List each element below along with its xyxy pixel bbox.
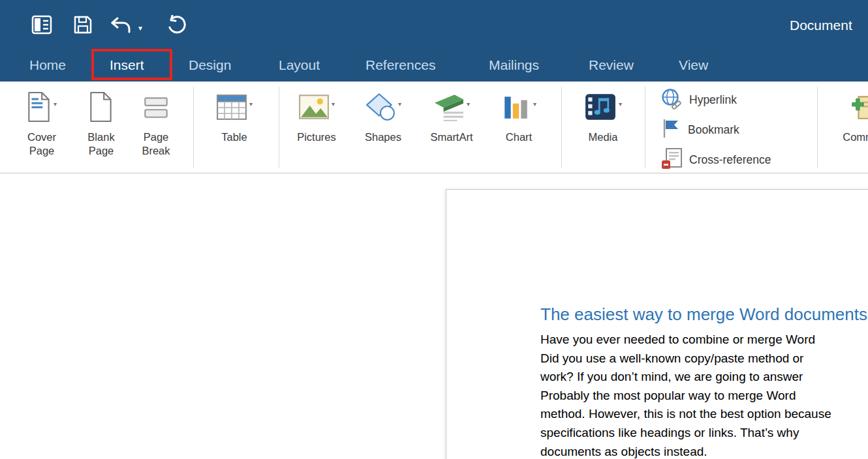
pictures-label: Pictures [297, 130, 336, 144]
hyperlink-icon [660, 88, 683, 112]
shapes-icon [365, 93, 396, 124]
shapes-button[interactable]: ▾ Shapes [356, 89, 410, 144]
media-button[interactable]: ▾ Media [576, 89, 630, 144]
blank-page-icon [89, 92, 114, 125]
tab-references[interactable]: References [365, 57, 435, 73]
cross-reference-button[interactable]: Cross-reference [660, 147, 771, 173]
table-icon [216, 93, 247, 124]
smartart-label: SmartArt [430, 130, 473, 144]
bookmark-button[interactable]: Bookmark [660, 118, 739, 141]
undo-dropdown-caret-icon[interactable]: ▾ [138, 24, 142, 32]
chart-label: Chart [506, 130, 532, 144]
tab-review[interactable]: Review [589, 57, 634, 73]
blank-page-label: Blank Page [78, 130, 125, 158]
pictures-button[interactable]: ▾ Pictures [287, 89, 346, 144]
group-divider [817, 87, 818, 168]
blank-page-button[interactable]: Blank Page [77, 89, 125, 158]
chart-icon [501, 93, 531, 124]
page-break-icon [142, 92, 170, 125]
tab-design[interactable]: Design [189, 57, 231, 73]
chevron-down-icon[interactable]: ▾ [332, 100, 335, 108]
hyperlink-label: Hyperlink [689, 93, 737, 107]
tab-home[interactable]: Home [29, 57, 66, 73]
document-text-line: Did you use a well-known copy/paste meth… [540, 349, 868, 368]
group-divider [279, 87, 279, 168]
chevron-down-icon[interactable]: ▾ [398, 100, 401, 108]
layout-panel-icon[interactable] [31, 15, 52, 37]
shapes-label: Shapes [365, 130, 401, 144]
document-title: Document [790, 18, 852, 33]
chevron-down-icon[interactable]: ▾ [249, 100, 253, 108]
new-comment-icon [850, 93, 868, 124]
table-button[interactable]: ▾ Table [206, 89, 262, 144]
tab-layout[interactable]: Layout [279, 57, 320, 73]
tab-mailings[interactable]: Mailings [489, 57, 539, 73]
document-text-line: method. However, this is not the best op… [540, 405, 868, 424]
bookmark-label: Bookmark [688, 123, 739, 137]
smartart-icon [433, 93, 465, 124]
document-page[interactable]: The easiest way to merge Word documents … [446, 189, 868, 459]
title-bar: ▾ Document Home Insert Design Layout Ref… [0, 0, 868, 81]
save-icon[interactable] [73, 15, 93, 37]
cross-reference-icon [660, 147, 683, 173]
chart-button[interactable]: ▾ Chart [493, 89, 544, 144]
media-icon [584, 93, 617, 124]
media-label: Media [589, 130, 618, 144]
cover-page-label: Cover Page [18, 130, 65, 158]
redo-icon[interactable] [166, 15, 186, 38]
page-break-button[interactable]: Page Break [131, 89, 181, 158]
chevron-down-icon[interactable]: ▾ [619, 100, 622, 108]
cross-reference-label: Cross-reference [689, 153, 771, 167]
comment-button[interactable]: Comment [830, 89, 868, 144]
group-divider [193, 87, 194, 168]
chevron-down-icon[interactable]: ▾ [54, 100, 57, 108]
document-text-line: Probably the most popular way to merge W… [540, 387, 868, 406]
ribbon: ▾ Cover Page Blank Page Page Break [0, 81, 868, 173]
chevron-down-icon[interactable]: ▾ [467, 100, 470, 108]
tab-view[interactable]: View [679, 57, 708, 73]
bookmark-icon [660, 118, 681, 141]
document-text-line: Have you ever needed to combine or merge… [540, 331, 868, 349]
cover-page-icon [27, 92, 52, 125]
group-divider [645, 87, 645, 168]
page-break-label: Page Break [132, 130, 179, 158]
chevron-down-icon[interactable]: ▾ [533, 100, 536, 108]
cover-page-button[interactable]: ▾ Cover Page [16, 89, 68, 158]
hyperlink-button[interactable]: Hyperlink [660, 88, 737, 112]
document-canvas: The easiest way to merge Word documents … [0, 173, 868, 459]
document-heading: The easiest way to merge Word documents [540, 304, 868, 325]
comment-label: Comment [843, 130, 868, 144]
undo-icon[interactable] [110, 17, 132, 38]
document-text-line: specifications like headings or links. T… [540, 424, 868, 443]
smartart-button[interactable]: ▾ SmartArt [422, 89, 482, 144]
table-label: Table [221, 130, 247, 144]
group-divider [561, 87, 562, 168]
tab-insert[interactable]: Insert [110, 57, 144, 73]
document-text-line: work? If you don’t mind, we are going to… [540, 368, 868, 387]
pictures-icon [298, 93, 330, 123]
document-text-line: documents as objects instead. [540, 443, 868, 459]
